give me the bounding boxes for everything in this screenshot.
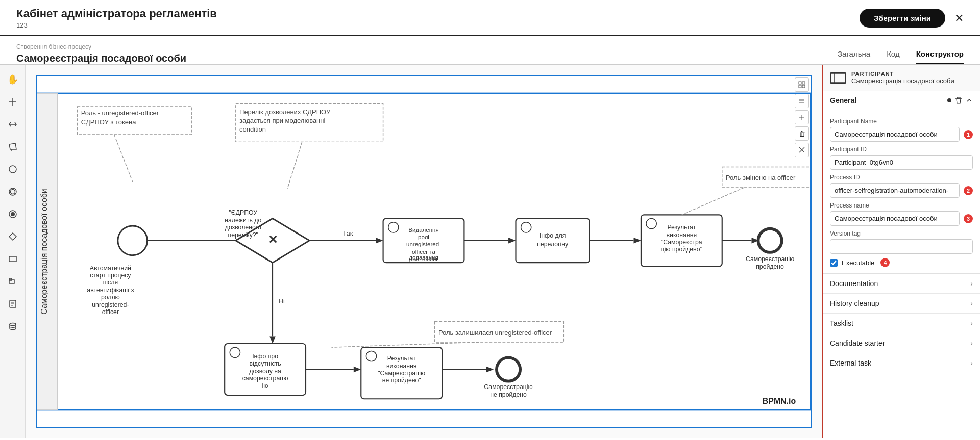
external-task-chevron-icon: › bbox=[970, 359, 973, 367]
svg-text:після: після bbox=[103, 279, 118, 286]
svg-text:не пройдено": не пройдено" bbox=[382, 377, 421, 384]
main: ✋ bbox=[0, 65, 980, 438]
tool-empty-circle[interactable] bbox=[4, 161, 21, 178]
candidate-starter-label: Candidate starter bbox=[830, 339, 885, 347]
mini-delete-btn[interactable]: 🗑 bbox=[795, 126, 809, 141]
header-right: Зберегти зміни ✕ bbox=[860, 9, 964, 28]
candidate-starter-section[interactable]: Candidate starter › bbox=[823, 333, 980, 353]
svg-text:Роль змінено на officer: Роль змінено на officer bbox=[726, 174, 796, 182]
trash-icon[interactable] bbox=[954, 96, 963, 105]
svg-text:ЄДРПОУ з токена: ЄДРПОУ з токена bbox=[81, 118, 137, 126]
tool-hand[interactable]: ✋ bbox=[4, 71, 21, 88]
tool-diamond[interactable] bbox=[4, 228, 21, 245]
save-button[interactable]: Зберегти зміни bbox=[860, 9, 945, 28]
svg-point-79 bbox=[758, 229, 781, 252]
svg-point-17 bbox=[10, 323, 16, 326]
tool-db[interactable] bbox=[4, 318, 21, 335]
tool-pointer[interactable] bbox=[4, 93, 21, 111]
svg-text:Самореєстрацію: Самореєстрацію bbox=[484, 383, 532, 391]
general-icons bbox=[947, 96, 973, 105]
history-cleanup-section[interactable]: History cleanup › bbox=[823, 294, 980, 314]
svg-text:Результат: Результат bbox=[387, 355, 416, 362]
process-name-input[interactable] bbox=[830, 211, 960, 226]
canvas-area[interactable]: Самореєстрація посадової особи Роль - un… bbox=[26, 65, 822, 438]
mini-tool2-btn[interactable] bbox=[795, 143, 809, 157]
tab-code[interactable]: Код bbox=[887, 49, 900, 64]
svg-text:Інфо про: Інфо про bbox=[252, 353, 278, 360]
close-button[interactable]: ✕ bbox=[954, 12, 964, 25]
svg-text:condition: condition bbox=[239, 125, 266, 133]
participant-name-label: Самореєстрація посадової особи bbox=[851, 77, 954, 85]
svg-text:роллю: роллю bbox=[101, 294, 120, 301]
history-cleanup-chevron-icon: › bbox=[970, 299, 973, 307]
participant-icon bbox=[830, 72, 846, 84]
mini-align-btn[interactable] bbox=[795, 94, 809, 108]
documentation-section[interactable]: Documentation › bbox=[823, 274, 980, 294]
version-tag-input[interactable] bbox=[830, 239, 973, 254]
tool-lasso[interactable] bbox=[4, 138, 21, 156]
svg-text:ію: ію bbox=[262, 382, 268, 390]
svg-text:"Самореєстра: "Самореєстра bbox=[661, 239, 702, 246]
svg-point-8 bbox=[11, 212, 15, 216]
app-subtitle: 123 bbox=[16, 21, 217, 29]
svg-point-63 bbox=[521, 222, 531, 232]
process-id-field-label: Process ID bbox=[830, 174, 973, 181]
general-section-content: Participant Name 1 Participant ID Proces… bbox=[823, 110, 980, 273]
svg-point-6 bbox=[10, 190, 15, 194]
svg-text:Перелік дозволених ЄДРПОУ: Перелік дозволених ЄДРПОУ bbox=[239, 108, 331, 116]
svg-rect-117 bbox=[831, 73, 845, 83]
tool-double-circle[interactable] bbox=[4, 183, 21, 200]
svg-text:Так: Так bbox=[342, 229, 353, 237]
svg-text:виконання: виконання bbox=[667, 231, 697, 239]
svg-text:"ЄДРПОУ: "ЄДРПОУ bbox=[229, 209, 257, 216]
svg-text:дозволеного: дозволеного bbox=[225, 224, 261, 231]
tool-small-rect[interactable] bbox=[4, 273, 21, 290]
executable-label: Executable bbox=[842, 259, 874, 267]
tool-move[interactable] bbox=[4, 116, 21, 133]
svg-text:officer: officer bbox=[102, 308, 119, 316]
tasklist-section[interactable]: Tasklist › bbox=[823, 314, 980, 333]
external-task-section[interactable]: External task › bbox=[823, 353, 980, 373]
svg-text:officer та: officer та bbox=[412, 249, 436, 255]
participant-name-input[interactable] bbox=[830, 127, 960, 142]
executable-checkbox[interactable] bbox=[830, 259, 838, 267]
tool-filled-circle[interactable] bbox=[4, 205, 21, 223]
chevron-up-icon[interactable] bbox=[966, 97, 973, 104]
svg-text:Роль залишилася unregistered-o: Роль залишилася unregistered-officer bbox=[438, 329, 552, 337]
svg-marker-9 bbox=[9, 233, 16, 240]
mini-tool1-btn[interactable] bbox=[795, 110, 809, 124]
svg-point-102 bbox=[497, 357, 520, 381]
page-title: Самореєстрація посадової особи bbox=[16, 53, 186, 64]
svg-point-69 bbox=[646, 219, 656, 229]
svg-rect-12 bbox=[9, 278, 12, 280]
executable-row: Executable 4 bbox=[830, 258, 973, 267]
svg-text:BPMN.io: BPMN.io bbox=[763, 397, 796, 405]
bpmn-canvas[interactable]: Самореєстрація посадової особи Роль - un… bbox=[36, 75, 812, 428]
general-section: General Participant Name 1 Participant I… bbox=[823, 91, 980, 274]
svg-text:перелогіну: перелогіну bbox=[537, 241, 569, 248]
svg-point-86 bbox=[230, 347, 240, 357]
history-cleanup-label: History cleanup bbox=[830, 299, 879, 307]
badge-1: 1 bbox=[964, 130, 973, 139]
mini-grid-btn[interactable] bbox=[795, 77, 809, 92]
badge-2: 2 bbox=[964, 186, 973, 195]
canvas-mini-toolbar: 🗑 bbox=[795, 77, 809, 157]
svg-text:Інфо для: Інфо для bbox=[540, 232, 566, 239]
svg-point-95 bbox=[366, 351, 376, 361]
svg-text:переліку?": переліку?" bbox=[228, 231, 258, 239]
svg-text:самореєстрацю: самореєстрацю bbox=[242, 375, 288, 382]
svg-text:автентифікації з: автентифікації з bbox=[87, 287, 134, 294]
badge-3: 3 bbox=[964, 214, 973, 223]
tool-rect[interactable] bbox=[4, 250, 21, 268]
process-id-input[interactable] bbox=[830, 183, 960, 198]
documentation-label: Documentation bbox=[830, 279, 878, 288]
participant-id-input[interactable] bbox=[830, 155, 973, 170]
svg-text:Самореєстрацію: Самореєстрацію bbox=[746, 255, 794, 263]
svg-text:не пройдено: не пройдено bbox=[490, 391, 527, 398]
svg-point-53 bbox=[388, 222, 399, 232]
tab-constructor[interactable]: Конструктор bbox=[916, 49, 964, 64]
svg-text:відсутність: відсутність bbox=[250, 360, 281, 367]
tab-general[interactable]: Загальна bbox=[838, 49, 870, 64]
badge-4: 4 bbox=[880, 258, 890, 267]
tool-doc[interactable] bbox=[4, 295, 21, 313]
